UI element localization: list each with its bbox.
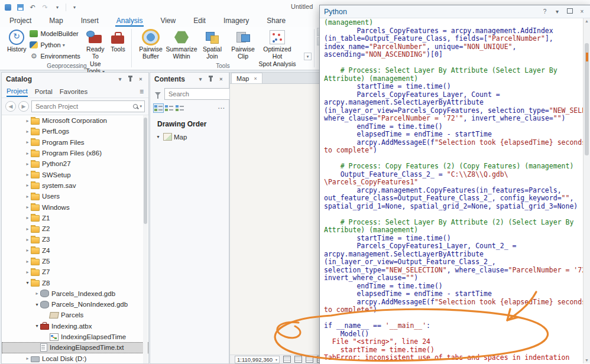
chevron-down-icon[interactable]: ▾ — [553, 8, 561, 15]
catalog-search-input[interactable] — [34, 102, 131, 110]
layout-icon[interactable] — [306, 356, 313, 363]
more-options-icon[interactable]: ⋯ — [218, 104, 225, 112]
expander-icon[interactable]: ▾ — [155, 134, 161, 139]
tree-item-indexingelapsedtime[interactable]: IndexingElapsedTime — [2, 332, 148, 342]
grid-icon[interactable] — [283, 356, 291, 363]
expander-icon[interactable]: ▸ — [24, 204, 31, 210]
close-icon[interactable]: × — [254, 76, 257, 82]
environments-button[interactable]: ⚙ Environments — [27, 51, 82, 61]
ribbon-tab-insert[interactable]: Insert — [80, 15, 100, 27]
pin-icon[interactable] — [129, 77, 131, 82]
expander-icon[interactable]: ▸ — [24, 161, 31, 167]
save-icon[interactable] — [16, 4, 24, 12]
help-icon[interactable]: ? — [541, 8, 549, 15]
app-menu-icon[interactable] — [4, 4, 12, 12]
python-scrollbar[interactable]: ▲ ▼ — [583, 18, 590, 363]
redo-icon[interactable]: ↷ — [41, 4, 49, 12]
tree-item-python27[interactable]: ▸Python27 — [2, 158, 148, 169]
undo-icon[interactable]: ↶ — [28, 4, 37, 12]
expander-icon[interactable]: ▸ — [24, 151, 31, 156]
expander-icon[interactable]: ▸ — [24, 172, 31, 177]
chevron-down-icon[interactable]: ▾ — [70, 4, 79, 12]
expander-icon[interactable]: ▸ — [24, 356, 31, 361]
expander-icon[interactable]: ▾ — [34, 302, 40, 307]
tree-item-system-sav[interactable]: ▸system.sav — [2, 180, 148, 191]
expander-icon[interactable]: ▸ — [24, 183, 31, 188]
close-icon[interactable]: × — [218, 76, 225, 82]
tab-portal[interactable]: Portal — [35, 87, 53, 96]
ribbon-tab-imagery[interactable]: Imagery — [222, 15, 250, 27]
tree-item-z7[interactable]: ▸Z7 — [2, 266, 148, 277]
chevron-down-icon[interactable]: ▾ — [140, 104, 142, 109]
expander-icon[interactable]: ▸ — [24, 194, 31, 199]
list-by-data-source-icon[interactable] — [164, 104, 174, 112]
restore-window-icon[interactable] — [566, 8, 573, 15]
close-icon[interactable]: × — [137, 76, 144, 82]
tree-item-z1[interactable]: ▸Z1 — [2, 213, 148, 223]
expander-icon[interactable]: ▾ — [34, 323, 40, 329]
ribbon-tab-edit[interactable]: Edit — [192, 15, 207, 27]
pairwise-buffer-button[interactable]: PairwiseBuffer — [135, 28, 166, 67]
catalog-scrollbar[interactable] — [143, 115, 148, 363]
ribbon-tab-map[interactable]: Map — [48, 15, 64, 27]
tree-item-z8[interactable]: ▾Z8 — [2, 277, 148, 288]
tree-item-swsetup[interactable]: ▸SWSetup — [2, 169, 148, 180]
summarize-within-button[interactable]: SummarizeWithin — [166, 28, 197, 67]
chevron-down-icon[interactable]: ▾ — [116, 76, 124, 82]
scroll-down-icon[interactable]: ▼ — [583, 358, 590, 363]
map-scale-select[interactable]: 1:110,992,360 ▾ — [235, 356, 280, 363]
python-code-area[interactable]: (management) Parcels_CopyFeatures = arcp… — [320, 18, 583, 363]
back-button[interactable]: ◀ — [5, 101, 16, 112]
list-by-selection-icon[interactable] — [175, 104, 184, 112]
tree-item-local-disk-d-[interactable]: ▸Local Disk (D:) — [2, 353, 148, 363]
tree-item-z3[interactable]: ▸Z3 — [2, 234, 148, 245]
tree-item-indexingelapsedtime-txt[interactable]: IndexingElapsedTime.txt — [2, 342, 148, 353]
modelbuilder-button[interactable]: ModelBuilder — [27, 28, 82, 39]
tree-item-windows[interactable]: ▸Windows — [2, 202, 148, 212]
scrollbar-thumb[interactable] — [144, 118, 147, 224]
chevron-down-icon[interactable]: ▾ — [197, 76, 204, 82]
expander-icon[interactable]: ▸ — [24, 259, 31, 264]
map-layer-item[interactable]: ▾ Map — [150, 132, 229, 142]
python-window-titlebar[interactable]: Python ? ▾ × — [320, 5, 590, 18]
table-icon[interactable] — [294, 356, 302, 363]
scroll-up-icon[interactable]: ▲ — [583, 18, 590, 24]
expander-icon[interactable]: ▸ — [24, 237, 31, 242]
expander-icon[interactable]: ▸ — [24, 248, 31, 253]
customize-quick-access-icon[interactable]: ▾ — [53, 4, 61, 12]
tools-button[interactable]: Tools — [108, 28, 128, 53]
tree-item-users[interactable]: ▸Users — [2, 191, 148, 202]
expander-icon[interactable]: ▸ — [24, 226, 31, 232]
tab-project[interactable]: Project — [7, 86, 28, 97]
expander-icon[interactable]: ▸ — [24, 129, 31, 134]
pin-icon[interactable] — [210, 77, 212, 82]
history-button[interactable]: ↻ History — [6, 28, 27, 53]
expander-icon[interactable]: ▸ — [34, 291, 40, 296]
tree-item-z4[interactable]: ▸Z4 — [2, 245, 148, 256]
ribbon-tab-analysis[interactable]: Analysis — [115, 15, 144, 27]
tree-item-program-files[interactable]: ▸Program Files — [2, 137, 148, 148]
pairwise-clip-button[interactable]: PairwiseClip — [228, 28, 258, 67]
spatial-join-button[interactable]: SpatialJoin — [197, 28, 228, 67]
dialog-launcher-icon[interactable]: ▾ — [304, 53, 312, 60]
python-button[interactable]: Python ▾ — [27, 40, 82, 50]
tree-item-program-files-x86-[interactable]: ▸Program Files (x86) — [2, 148, 148, 158]
map-view-tab[interactable]: Map × — [231, 73, 262, 83]
filter-icon[interactable] — [155, 92, 161, 96]
menu-icon[interactable]: ≡ — [140, 87, 144, 96]
tab-favorites[interactable]: Favorites — [60, 87, 87, 96]
tree-item-parcels-indexed-gdb[interactable]: ▸Parcels_Indexed.gdb — [2, 288, 148, 299]
list-by-drawing-order-icon[interactable] — [154, 104, 163, 112]
expander-icon[interactable]: ▾ — [24, 280, 31, 285]
ribbon-tab-share[interactable]: Share — [265, 15, 287, 27]
tree-item-parcels-nonindexed-gdb[interactable]: ▾Parcels_NonIndexed.gdb — [2, 299, 148, 310]
tree-item-z2[interactable]: ▸Z2 — [2, 223, 148, 234]
tree-item-parcels[interactable]: Parcels — [2, 310, 148, 320]
close-icon[interactable]: × — [578, 8, 586, 15]
tree-item-perflogs[interactable]: ▸PerfLogs — [2, 126, 148, 136]
expander-icon[interactable]: ▸ — [24, 118, 31, 124]
ribbon-tab-view[interactable]: View — [159, 15, 177, 27]
tree-item-microsoft-corporation[interactable]: ▸Microsoft Corporation — [2, 115, 148, 126]
search-icon[interactable] — [133, 104, 138, 109]
ribbon-tab-project[interactable]: Project — [8, 15, 33, 27]
